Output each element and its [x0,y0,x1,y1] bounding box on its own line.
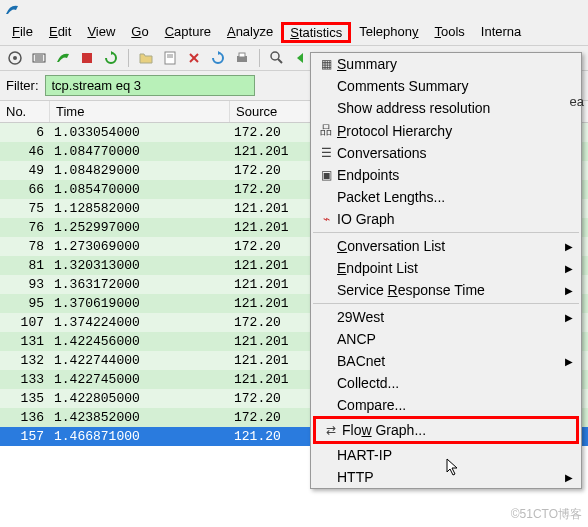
cell-no: 107 [0,313,50,332]
col-header-no[interactable]: No. [0,101,50,122]
title-bar [0,0,588,20]
menu-edit[interactable]: Edit [41,22,79,43]
cell-no: 81 [0,256,50,275]
menu-analyze[interactable]: Analyze [219,22,281,43]
statistics-menu: ▦Summary Comments Summary Show address r… [310,52,582,489]
cell-no: 132 [0,351,50,370]
cell-no: 46 [0,142,50,161]
menu-item-comments-summary[interactable]: Comments Summary [311,75,581,97]
col-header-time[interactable]: Time [50,101,230,122]
cell-time: 1.423852000 [50,408,230,427]
cell-time: 1.374224000 [50,313,230,332]
cell-time: 1.084770000 [50,142,230,161]
svg-rect-7 [165,52,175,64]
conversations-icon: ☰ [315,146,337,160]
submenu-arrow-icon: ▶ [565,263,577,274]
menu-item-conversations[interactable]: ☰Conversations [311,142,581,164]
menu-separator [313,303,579,304]
menu-internals[interactable]: Interna [473,22,529,43]
cell-source: 121.201 [230,199,320,218]
open-file-icon[interactable] [137,49,155,67]
menu-telephony[interactable]: Telephony [351,22,426,43]
endpoints-icon: ▣ [315,168,337,182]
menu-file[interactable]: File [4,22,41,43]
cell-source: 121.201 [230,275,320,294]
menu-item-summary[interactable]: ▦Summary [311,53,581,75]
toolbar-separator [128,49,129,67]
cell-no: 76 [0,218,50,237]
start-capture-icon[interactable] [54,49,72,67]
menu-item-collectd[interactable]: Collectd... [311,372,581,394]
print-icon[interactable] [233,49,251,67]
menu-item-show-addr[interactable]: Show address resolution [311,97,581,119]
cell-source: 121.20 [230,427,320,446]
menu-tools[interactable]: Tools [427,22,473,43]
cell-no: 131 [0,332,50,351]
menu-item-conversation-list[interactable]: Conversation List▶ [311,235,581,257]
cell-time: 1.422805000 [50,389,230,408]
cell-no: 93 [0,275,50,294]
cell-source: 172.20 [230,161,320,180]
menu-item-flow-graph[interactable]: ⇄Flow Graph... [316,419,576,441]
wireshark-icon [4,2,20,18]
cell-source: 121.201 [230,218,320,237]
reload-icon[interactable] [209,49,227,67]
go-back-icon[interactable] [292,49,310,67]
menu-statistics[interactable]: Statistics [281,22,351,43]
svg-rect-6 [82,53,92,63]
menu-item-endpoints[interactable]: ▣Endpoints [311,164,581,186]
menu-item-protocol-hierarchy[interactable]: 品Protocol Hierarchy [311,119,581,142]
cell-time: 1.422745000 [50,370,230,389]
menu-item-ancp[interactable]: ANCP [311,328,581,350]
cell-no: 49 [0,161,50,180]
cell-no: 78 [0,237,50,256]
toolbar-separator [259,49,260,67]
menu-go[interactable]: Go [123,22,156,43]
options-icon[interactable] [30,49,48,67]
menu-item-service-response[interactable]: Service Response Time▶ [311,279,581,301]
truncated-label: ea [570,94,584,109]
cell-no: 95 [0,294,50,313]
submenu-arrow-icon: ▶ [565,472,577,483]
svg-rect-13 [239,53,245,57]
menu-item-29west[interactable]: 29West▶ [311,306,581,328]
save-file-icon[interactable] [161,49,179,67]
cell-time: 1.370619000 [50,294,230,313]
cell-source: 172.20 [230,237,320,256]
restart-capture-icon[interactable] [102,49,120,67]
cell-time: 1.273069000 [50,237,230,256]
cell-time: 1.466871000 [50,427,230,446]
col-header-source[interactable]: Source [230,101,320,122]
menu-item-io-graph[interactable]: ⌁IO Graph [311,208,581,230]
cell-no: 136 [0,408,50,427]
cell-source: 172.20 [230,389,320,408]
filter-input[interactable] [45,75,255,96]
find-icon[interactable] [268,49,286,67]
watermark: ©51CTO博客 [511,506,582,523]
cell-source: 121.201 [230,256,320,275]
cell-source: 172.20 [230,313,320,332]
cell-time: 1.422456000 [50,332,230,351]
cell-no: 66 [0,180,50,199]
stop-capture-icon[interactable] [78,49,96,67]
cell-time: 1.252997000 [50,218,230,237]
submenu-arrow-icon: ▶ [565,241,577,252]
svg-line-15 [278,59,282,63]
menu-item-packet-lengths[interactable]: Packet Lengths... [311,186,581,208]
cell-no: 133 [0,370,50,389]
cell-source: 172.20 [230,180,320,199]
submenu-arrow-icon: ▶ [565,356,577,367]
menu-item-compare[interactable]: Compare... [311,394,581,416]
summary-icon: ▦ [315,57,337,71]
menu-item-endpoint-list[interactable]: Endpoint List▶ [311,257,581,279]
menu-item-http[interactable]: HTTP▶ [311,466,581,488]
cell-source: 172.20 [230,408,320,427]
menu-item-bacnet[interactable]: BACnet▶ [311,350,581,372]
interfaces-icon[interactable] [6,49,24,67]
cell-time: 1.033054000 [50,123,230,142]
graph-icon: ⌁ [315,212,337,226]
menu-item-hart-ip[interactable]: HART-IP [311,444,581,466]
menu-capture[interactable]: Capture [157,22,219,43]
menu-view[interactable]: View [79,22,123,43]
close-file-icon[interactable] [185,49,203,67]
